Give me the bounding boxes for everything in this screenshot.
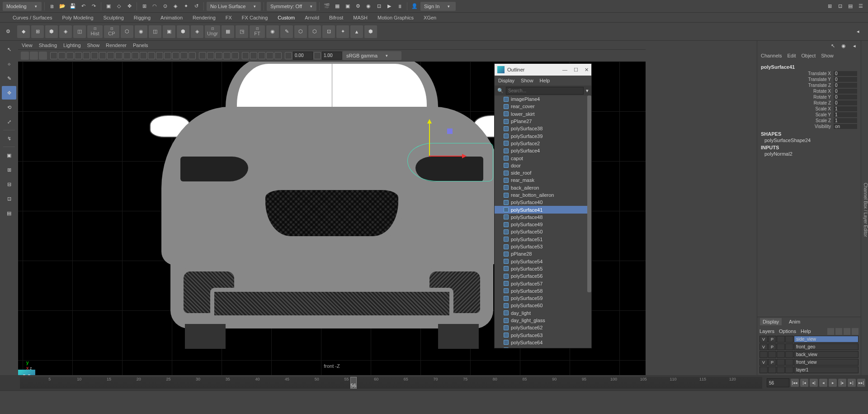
vp-tool-icon[interactable] (285, 52, 292, 59)
shape-node[interactable]: polySurfaceShape24 (761, 138, 857, 143)
rotate-tool-icon[interactable]: ⟲ (2, 100, 16, 114)
minimize-icon[interactable]: — (562, 67, 567, 73)
vp-tool-icon[interactable] (99, 52, 106, 59)
vp-tool-icon[interactable] (266, 52, 274, 59)
layer-name[interactable]: front_view (794, 359, 859, 366)
tab-animation[interactable]: Animation (156, 14, 187, 22)
tab-sculpting[interactable]: Sculpting (99, 14, 128, 22)
vp-tool-icon[interactable] (231, 52, 239, 59)
edit-tab[interactable]: Edit (787, 53, 796, 58)
outliner-item[interactable]: polySurface41 (495, 206, 591, 213)
shelf-button[interactable]: ⬢ (45, 25, 58, 38)
shelf-button[interactable]: ◆ (17, 25, 30, 38)
outliner-item[interactable]: polySurface4 (495, 147, 591, 154)
panel-icon[interactable]: ◂ (850, 41, 859, 50)
layer-vis-toggle[interactable] (760, 351, 768, 358)
vp-tool-icon[interactable] (250, 52, 257, 59)
vp-tool-icon[interactable] (156, 52, 163, 59)
workspace-icon[interactable]: ⊞ (825, 2, 834, 11)
shelf-button[interactable]: ⬢ (364, 25, 377, 38)
vp-menu-panels[interactable]: Panels (133, 43, 148, 48)
outliner-item[interactable]: rear_cover (495, 103, 591, 110)
tab-rendering[interactable]: Rendering (188, 14, 220, 22)
vp-tool-icon[interactable] (180, 52, 188, 59)
vp-menu-shading[interactable]: Shading (39, 43, 57, 48)
tab-custom[interactable]: Custom (273, 14, 299, 22)
tab-motion-graphics[interactable]: Motion Graphics (373, 14, 418, 22)
timeline-ruler[interactable]: 1201151101051009590858075706560555045403… (20, 377, 762, 389)
layer-playback-toggle[interactable]: P (768, 336, 776, 343)
outliner-item[interactable]: polySurface48 (495, 214, 591, 221)
outliner-item[interactable]: day_light_glass (495, 317, 591, 324)
tab-fx[interactable]: FX (221, 14, 236, 22)
selected-node-name[interactable]: polySurface41 (761, 62, 857, 71)
shelf-button[interactable]: ⬢ (177, 25, 189, 38)
vp-tool-icon[interactable] (123, 52, 131, 59)
vp-tool-icon[interactable] (107, 52, 114, 59)
render-frame-icon[interactable]: ▦ (333, 2, 342, 11)
four-pane-icon[interactable]: ⊞ (2, 163, 16, 176)
vp-tool-icon[interactable] (132, 52, 139, 59)
outliner-display-menu[interactable]: Display (498, 78, 514, 83)
layer-type-swatch[interactable] (785, 359, 793, 366)
vp-tool-icon[interactable] (223, 52, 231, 59)
vp-menu-lighting[interactable]: Lighting (63, 43, 81, 48)
layer-action-icon[interactable] (844, 328, 850, 335)
render-settings-icon[interactable]: ⚙ (354, 2, 363, 11)
layer-playback-toggle[interactable]: P (768, 343, 776, 350)
pause-icon[interactable]: ⏸ (395, 2, 404, 11)
display-tab[interactable]: Display (760, 318, 782, 325)
shelf-button[interactable]: ▣ (163, 25, 175, 38)
vp-tool-icon[interactable] (258, 52, 265, 59)
layer-name[interactable]: side_view (794, 336, 859, 343)
vp-menu-show[interactable]: Show (87, 43, 100, 48)
layer-playback-toggle[interactable] (768, 366, 776, 373)
search-dropdown-icon[interactable]: ▾ (586, 88, 589, 94)
exposure-input[interactable] (293, 52, 313, 60)
outliner-scrollbar[interactable] (587, 95, 591, 292)
snap-point-icon[interactable]: ⊙ (160, 2, 170, 11)
render-icon[interactable]: 🎬 (322, 2, 331, 11)
vp-tool-icon[interactable] (207, 52, 214, 59)
outliner-item[interactable]: polySurface59 (495, 295, 591, 302)
scale-tool-icon[interactable]: ⤢ (2, 115, 16, 128)
live-surface-selector[interactable]: No Live Surface (207, 2, 261, 11)
shelf-button[interactable]: ◳ (236, 25, 248, 38)
shelf-button[interactable]: ◫ (73, 25, 86, 38)
anim-tab[interactable]: Anim (786, 318, 803, 325)
hypershade-toggle-icon[interactable]: ▤ (2, 206, 16, 220)
layer-color-swatch[interactable] (777, 359, 785, 366)
outliner-item[interactable]: polySurface55 (495, 265, 591, 272)
outliner-item[interactable]: polySurface57 (495, 280, 591, 287)
undo-icon[interactable]: ↶ (79, 2, 88, 11)
maximize-icon[interactable]: ☐ (574, 67, 578, 73)
vp-tool-icon[interactable] (50, 52, 57, 59)
attr-value[interactable]: 0 (834, 100, 857, 105)
outliner-item[interactable]: polySurface49 (495, 221, 591, 228)
outliner-item[interactable]: back_aileron (495, 184, 591, 191)
vp-menu-renderer[interactable]: Renderer (106, 43, 127, 48)
vp-tool-icon[interactable] (215, 52, 222, 59)
layer-type-swatch[interactable] (785, 336, 793, 343)
shelf-button[interactable]: ◉ (266, 25, 279, 38)
play-forward-icon[interactable]: ▸ (829, 379, 837, 387)
shelf-button[interactable]: ⬡ (308, 25, 321, 38)
vp-tool-icon[interactable] (189, 52, 196, 59)
vp-tool-icon[interactable] (83, 52, 90, 59)
shelf-button[interactable]: ◫ (149, 25, 161, 38)
vp-tool-icon[interactable] (172, 52, 179, 59)
account-icon[interactable]: 👤 (410, 2, 419, 11)
open-scene-icon[interactable]: 📂 (58, 2, 67, 11)
symmetry-selector[interactable]: Symmetry: Off (267, 2, 316, 11)
shelf-button[interactable]: ◈ (191, 25, 203, 38)
vp-menu-view[interactable]: View (22, 43, 33, 48)
workspace-selector[interactable]: Modeling (3, 2, 42, 11)
layer-color-swatch[interactable] (777, 343, 785, 350)
workspace-icon-4[interactable]: ☰ (856, 2, 865, 11)
snap-toggle-icon[interactable]: ↺ (192, 2, 201, 11)
vp-tool-icon[interactable] (75, 52, 82, 59)
layer-playback-toggle[interactable]: P (768, 359, 776, 366)
outliner-show-menu[interactable]: Show (521, 78, 533, 83)
shelf-button[interactable]: ⊞ (31, 25, 44, 38)
save-scene-icon[interactable]: 💾 (68, 2, 77, 11)
